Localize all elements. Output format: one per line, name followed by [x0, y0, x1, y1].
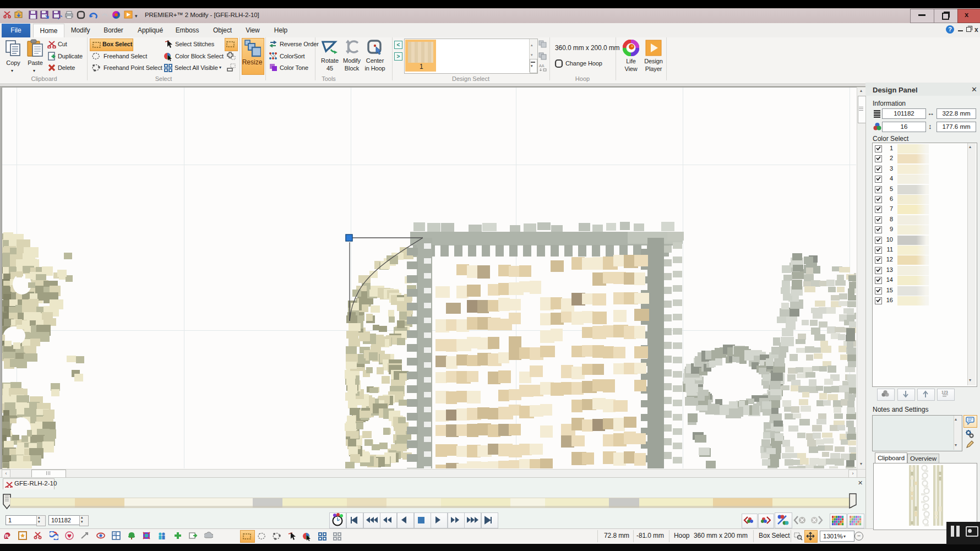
svg-text:123: 123 [941, 390, 948, 394]
svg-text:R: R [5, 533, 9, 539]
